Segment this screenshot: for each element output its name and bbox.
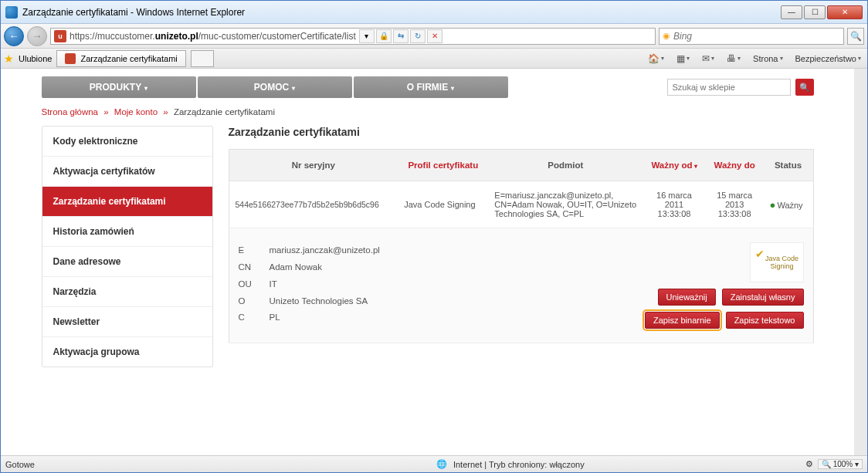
- cert-profile-icon: Java Code Signing: [750, 242, 804, 282]
- browser-search-input[interactable]: [673, 31, 840, 42]
- nav-pomoc[interactable]: POMOC▾: [198, 76, 352, 98]
- sidebar-item-grupowa[interactable]: Aktywacja grupowa: [42, 337, 212, 367]
- breadcrumb-account[interactable]: Moje konto: [114, 107, 158, 117]
- store-search-button[interactable]: 🔍: [795, 79, 814, 96]
- sidebar-item-aktywacja[interactable]: Aktywacja certyfikatów: [42, 157, 212, 187]
- status-zone: Internet | Tryb chroniony: włączony: [453, 460, 585, 469]
- col-serial[interactable]: Nr seryjny: [229, 150, 398, 181]
- lock-icon[interactable]: 🔒: [376, 29, 392, 43]
- sidebar-item-narzedzia[interactable]: Narzędzia: [42, 277, 212, 307]
- col-subject[interactable]: Podmiot: [488, 150, 643, 181]
- col-profile[interactable]: Profil certyfikatu: [398, 150, 488, 181]
- protected-mode-icon[interactable]: ⚙: [805, 459, 813, 469]
- globe-icon: 🌐: [436, 459, 447, 469]
- tab-label: Zarządzanie certyfikatami: [80, 54, 177, 63]
- reload-dropdown-icon[interactable]: ▾: [359, 29, 375, 43]
- titlebar: Zarządzanie certyfikatami - Windows Inte…: [1, 1, 867, 24]
- breadcrumb: Strona główna » Moje konto » Zarządzanie…: [42, 107, 814, 117]
- sidebar-item-zarzadzanie[interactable]: Zarządzanie certyfikatami: [42, 187, 212, 217]
- forward-button[interactable]: →: [27, 26, 47, 46]
- invalidate-button[interactable]: Unieważnij: [658, 289, 716, 306]
- favorites-label[interactable]: Ulubione: [19, 54, 52, 63]
- certificates-table: Nr seryjny Profil certyfikatu Podmiot Wa…: [229, 149, 814, 343]
- col-valid-from[interactable]: Ważny od▾: [643, 150, 705, 181]
- cell-valid-to: 15 marca 2013 13:33:08: [706, 181, 764, 228]
- content-area: Zarządzanie certyfikatami Nr seryjny Pro…: [229, 126, 814, 367]
- site-favicon: u: [54, 30, 66, 42]
- install-own-button[interactable]: Zainstaluj własny: [722, 289, 804, 306]
- address-bar[interactable]: u https://muccustomer.unizeto.pl/muc-cus…: [50, 28, 656, 45]
- minimize-button[interactable]: —: [781, 5, 802, 19]
- compat-icon[interactable]: ⇆: [393, 29, 409, 43]
- tab-bar: ★ Ulubione Zarządzanie certyfikatami 🏠▾ …: [1, 49, 867, 69]
- sidebar-item-dane[interactable]: Dane adresowe: [42, 247, 212, 277]
- safety-menu[interactable]: Bezpieczeństwo▾: [792, 52, 865, 65]
- status-ok-icon: ●: [770, 199, 776, 211]
- cell-valid-from: 16 marca 2011 13:33:08: [643, 181, 705, 228]
- breadcrumb-current: Zarządzanie certyfikatami: [174, 107, 275, 117]
- viewport[interactable]: PRODUKTY▾ POMOC▾ O FIRMIE▾ 🔍 Strona głów…: [1, 69, 867, 455]
- close-button[interactable]: ✕: [827, 5, 863, 19]
- ie-icon: [5, 6, 18, 19]
- nav-bar: ← → u https://muccustomer.unizeto.pl/muc…: [1, 24, 867, 49]
- sidebar-item-newsletter[interactable]: Newsletter: [42, 307, 212, 337]
- table-row[interactable]: 544e5166273ee77b7d5b2e5b9b6d5c96 Java Co…: [229, 181, 813, 228]
- cell-subject: E=mariusz.janczak@unizeto.pl, CN=Adam No…: [488, 181, 643, 228]
- col-valid-to[interactable]: Ważny do: [706, 150, 764, 181]
- sidebar: Kody elektroniczne Aktywacja certyfikató…: [42, 126, 213, 367]
- detail-row: Emariusz.janczak@unizeto.pl CNAdam Nowak…: [229, 228, 813, 343]
- save-text-button[interactable]: Zapisz tekstowo: [726, 312, 804, 329]
- breadcrumb-home[interactable]: Strona główna: [42, 107, 99, 117]
- site-top-nav: PRODUKTY▾ POMOC▾ O FIRMIE▾ 🔍: [42, 76, 814, 98]
- sidebar-item-historia[interactable]: Historia zamówień: [42, 217, 212, 247]
- nav-produkty[interactable]: PRODUKTY▾: [42, 76, 196, 98]
- refresh-icon[interactable]: ↻: [410, 29, 426, 43]
- cell-status: ●Ważny: [764, 181, 813, 228]
- main-layout: Kody elektroniczne Aktywacja certyfikató…: [42, 126, 814, 367]
- back-button[interactable]: ←: [4, 26, 24, 46]
- status-ready: Gotowe: [5, 460, 35, 469]
- active-tab[interactable]: Zarządzanie certyfikatami: [56, 50, 185, 67]
- tab-favicon: [65, 53, 76, 64]
- feeds-icon[interactable]: ▦▾: [673, 52, 693, 66]
- page-content: PRODUKTY▾ POMOC▾ O FIRMIE▾ 🔍 Strona głów…: [42, 69, 814, 375]
- cell-serial: 544e5166273ee77b7d5b2e5b9b6d5c96: [229, 181, 398, 228]
- browser-search-field[interactable]: ◉: [659, 28, 844, 45]
- favorites-star-icon[interactable]: ★: [4, 52, 14, 65]
- store-search: 🔍: [667, 79, 814, 96]
- bing-icon: ◉: [663, 31, 670, 41]
- url-text: https://muccustomer.unizeto.pl/muc-custo…: [70, 31, 356, 42]
- new-tab-button[interactable]: [191, 50, 214, 67]
- ie-window: Zarządzanie certyfikatami - Windows Inte…: [0, 0, 868, 473]
- detail-attributes: Emariusz.janczak@unizeto.pl CNAdam Nowak…: [239, 242, 571, 329]
- browser-search-go[interactable]: 🔍: [847, 28, 864, 45]
- nav-o-firmie[interactable]: O FIRMIE▾: [354, 76, 508, 98]
- save-binary-button[interactable]: Zapisz binarnie: [645, 312, 720, 329]
- stop-icon[interactable]: ✕: [427, 29, 442, 43]
- sidebar-item-kody[interactable]: Kody elektroniczne: [42, 127, 212, 157]
- window-title: Zarządzanie certyfikatami - Windows Inte…: [22, 7, 245, 18]
- print-icon[interactable]: 🖶▾: [724, 52, 744, 66]
- maximize-button[interactable]: ☐: [804, 5, 826, 19]
- mail-icon[interactable]: ✉▾: [699, 52, 717, 66]
- store-search-input[interactable]: [667, 79, 791, 96]
- status-bar: Gotowe 🌐 Internet | Tryb chroniony: włąc…: [1, 455, 867, 472]
- home-icon[interactable]: 🏠▾: [645, 52, 667, 66]
- zoom-level[interactable]: 🔍 100% ▾: [818, 459, 863, 469]
- page-menu[interactable]: Strona▾: [750, 52, 785, 65]
- page-heading: Zarządzanie certyfikatami: [229, 126, 814, 138]
- col-status[interactable]: Status: [764, 150, 813, 181]
- cell-profile: Java Code Signing: [398, 181, 488, 228]
